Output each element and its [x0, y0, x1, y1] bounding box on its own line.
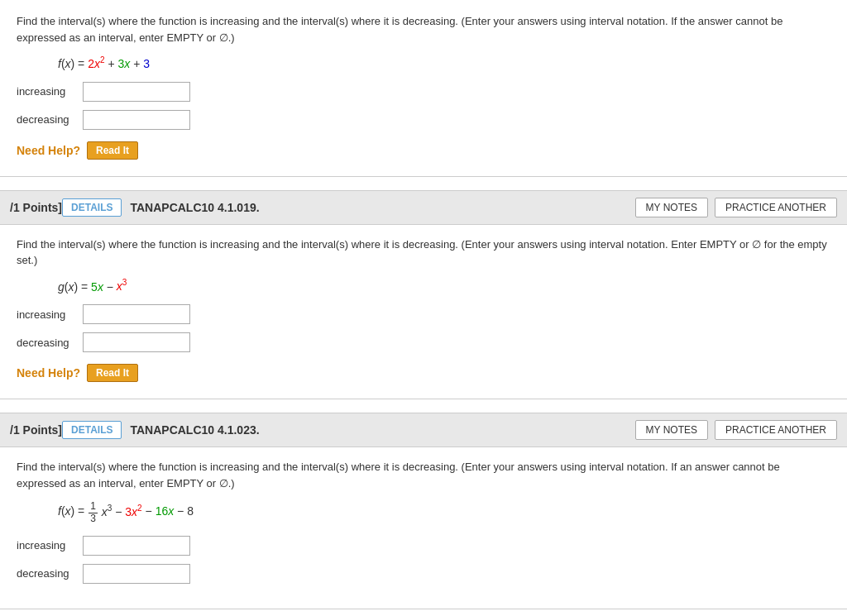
need-help-text: Need Help?: [17, 144, 80, 157]
decreasing-input[interactable]: [83, 110, 190, 130]
details-button-2[interactable]: DETAILS: [62, 421, 122, 439]
need-help-text-1: Need Help?: [17, 366, 80, 380]
details-button-1[interactable]: DETAILS: [62, 198, 122, 217]
increasing-input-2[interactable]: [83, 536, 190, 556]
points-label-1: /1 Points]: [10, 201, 62, 214]
increasing-row: increasing: [17, 82, 830, 102]
decreasing-input-2[interactable]: [83, 564, 190, 584]
question-id-2: TANAPCALC10 4.1.023.: [130, 423, 634, 437]
increasing-input-1[interactable]: [83, 304, 190, 324]
increasing-label: increasing: [17, 85, 83, 98]
decreasing-row-1: decreasing: [17, 332, 830, 352]
my-notes-button-1[interactable]: MY NOTES: [635, 198, 708, 217]
decreasing-label: decreasing: [17, 113, 83, 126]
function-display-1: g(x) = 5x − x3: [58, 279, 830, 294]
decreasing-input-1[interactable]: [83, 332, 190, 352]
instruction-2: Find the interval(s) where the function …: [17, 459, 830, 491]
question-header-1: /1 Points] DETAILS TANAPCALC10 4.1.019. …: [0, 190, 847, 225]
increasing-input[interactable]: [83, 82, 190, 102]
increasing-row-1: increasing: [17, 304, 830, 324]
decreasing-label-1: decreasing: [17, 337, 83, 349]
question-block-1: /1 Points] DETAILS TANAPCALC10 4.1.019. …: [0, 177, 847, 400]
top-question-block: Find the interval(s) where the function …: [0, 0, 847, 177]
read-it-button[interactable]: Read It: [87, 141, 138, 160]
question-header-2: /1 Points] DETAILS TANAPCALC10 4.1.023. …: [0, 413, 847, 447]
instruction-1: Find the interval(s) where the function …: [17, 236, 830, 269]
read-it-button-1[interactable]: Read It: [87, 364, 138, 382]
function-display-2: f(x) = 13 x3 − 3x2 − 16x − 8: [58, 501, 830, 523]
top-instruction: Find the interval(s) where the function …: [17, 13, 830, 45]
header-right-2: MY NOTES PRACTICE ANOTHER: [635, 420, 837, 440]
increasing-label-1: increasing: [17, 308, 83, 321]
practice-another-button-1[interactable]: PRACTICE ANOTHER: [715, 198, 837, 217]
decreasing-label-2: decreasing: [17, 567, 83, 580]
points-label-2: /1 Points]: [10, 423, 62, 437]
header-right-1: MY NOTES PRACTICE ANOTHER: [635, 198, 837, 217]
need-help-row: Need Help? Read It: [17, 141, 830, 160]
decreasing-row: decreasing: [17, 110, 830, 130]
question-block-2: /1 Points] DETAILS TANAPCALC10 4.1.023. …: [0, 399, 847, 609]
my-notes-button-2[interactable]: MY NOTES: [635, 420, 708, 440]
increasing-label-2: increasing: [17, 539, 83, 552]
need-help-row-1: Need Help? Read It: [17, 364, 830, 382]
top-function-display: f(x) = 2x2 + 3x + 3: [58, 55, 830, 70]
decreasing-row-2: decreasing: [17, 564, 830, 584]
question-id-1: TANAPCALC10 4.1.019.: [130, 201, 634, 214]
increasing-row-2: increasing: [17, 536, 830, 556]
practice-another-button-2[interactable]: PRACTICE ANOTHER: [715, 420, 837, 440]
